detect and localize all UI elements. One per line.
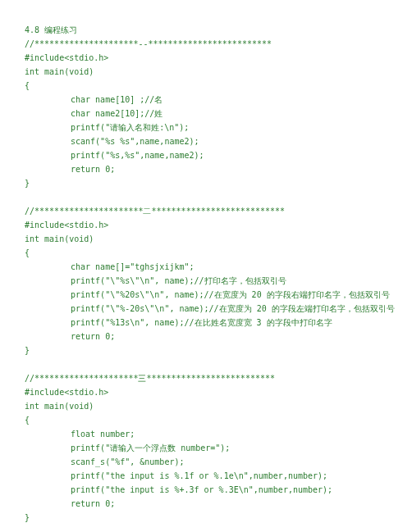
code-line: float number; xyxy=(25,427,387,441)
code-line: #include<stdio.h> xyxy=(25,218,387,232)
code-line: //**********************二***************… xyxy=(25,204,387,218)
code-line: int main(void) xyxy=(25,65,387,79)
code-document: 4.8 编程练习//*********************--*******… xyxy=(25,23,387,532)
code-line: //*********************--***************… xyxy=(25,37,387,51)
code-line: { xyxy=(25,79,387,93)
code-line: char name2[10];//姓 xyxy=(25,107,387,120)
code-line: return 0; xyxy=(25,497,387,511)
code-line: printf("\"%s\"\n", name);//打印名字，包括双引号 xyxy=(25,274,387,288)
code-line: printf("%s,%s",name,name2); xyxy=(25,148,387,162)
blank-line xyxy=(25,190,387,204)
blank-line xyxy=(25,357,387,371)
code-line: printf("请输入名和姓:\n"); xyxy=(25,120,387,134)
code-line: return 0; xyxy=(25,330,387,343)
code-line: return 0; xyxy=(25,162,387,176)
code-line: printf("\"%20s\"\n", name);//在宽度为 20 的字段… xyxy=(25,288,387,302)
code-line: } xyxy=(25,511,387,525)
code-line: } xyxy=(25,343,387,357)
code-line: { xyxy=(25,246,387,260)
code-line: printf("%13s\n", name);//在比姓名宽度宽 3 的字段中打… xyxy=(25,316,387,330)
blank-line xyxy=(25,525,387,532)
code-line: char name[]="tghsjxijkm"; xyxy=(25,260,387,274)
code-line: int main(void) xyxy=(25,232,387,246)
code-line: { xyxy=(25,413,387,427)
code-line: scanf("%s %s",name,name2); xyxy=(25,134,387,148)
code-line: #include<stdio.h> xyxy=(25,51,387,65)
code-line: printf("请输入一个浮点数 number="); xyxy=(25,441,387,455)
code-line: #include<stdio.h> xyxy=(25,385,387,399)
code-line: } xyxy=(25,176,387,190)
code-line: printf("\"%-20s\"\n", name);//在宽度为 20 的字… xyxy=(25,302,387,316)
code-line: //*********************三****************… xyxy=(25,371,387,385)
code-line: scanf_s("%f", &number); xyxy=(25,455,387,469)
code-line: 4.8 编程练习 xyxy=(25,23,387,37)
code-line: int main(void) xyxy=(25,399,387,413)
code-line: printf("the input is %.1f or %.1e\n",num… xyxy=(25,469,387,483)
code-line: printf("the input is %+.3f or %.3E\n",nu… xyxy=(25,483,387,497)
code-line: char name[10] ;//名 xyxy=(25,93,387,107)
